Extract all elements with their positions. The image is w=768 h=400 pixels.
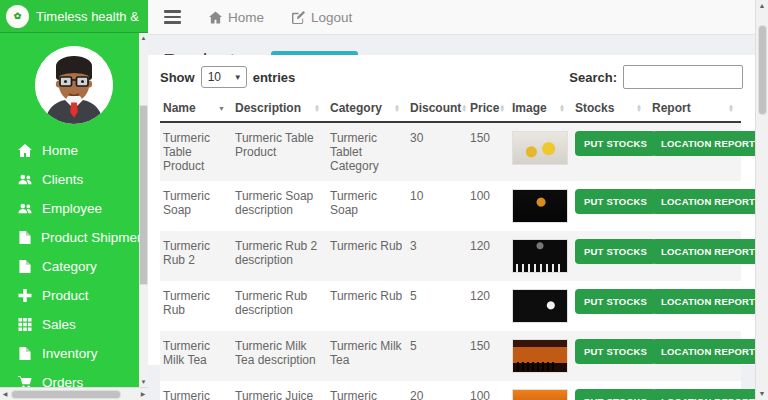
page-scrollbar-thumb[interactable] xyxy=(758,25,767,115)
scroll-up-arrow-icon[interactable]: ▲ xyxy=(756,0,768,12)
put-stocks-button[interactable]: PUT STOCKS xyxy=(575,289,656,314)
sidebar-item-sales[interactable]: Sales xyxy=(0,310,140,339)
column-header-stocks[interactable]: Stocks▲▼ xyxy=(572,96,649,122)
sidebar-item-label: Clients xyxy=(42,172,83,187)
top-navbar: Home Logout xyxy=(148,0,755,35)
sidebar-item-label: Home xyxy=(42,143,78,158)
put-stocks-button[interactable]: PUT STOCKS xyxy=(575,339,656,364)
location-report-button[interactable]: LOCATION REPORT xyxy=(652,389,764,400)
cell-name: Turmeric Rub 2 xyxy=(160,231,232,281)
scroll-down-arrow-icon[interactable]: ▼ xyxy=(139,377,148,387)
cell-price: 150 xyxy=(467,122,509,181)
cell-discount: 10 xyxy=(407,181,467,231)
column-header-image[interactable]: Image▲▼ xyxy=(509,96,572,122)
sidebar-scrollbar-thumb[interactable] xyxy=(139,105,148,285)
entries-select-value: 10 xyxy=(208,70,221,84)
logout-icon xyxy=(292,11,305,24)
entries-select[interactable]: 10 ▼ xyxy=(201,66,247,88)
cell-name: Turmeric Table Product xyxy=(160,122,232,181)
product-image xyxy=(512,339,568,373)
table-header-row: Name▼ Description▲▼ Category▲▼ Discount▲… xyxy=(160,96,741,122)
column-header-price[interactable]: Price▲▼ xyxy=(467,96,509,122)
table-row: Turmeric Juice Turmeric Juice descriptio… xyxy=(160,381,741,400)
users-icon xyxy=(18,173,33,187)
brand-title: Timeless health & Beau xyxy=(36,9,142,24)
sort-desc-icon: ▼ xyxy=(218,105,225,112)
home-icon xyxy=(18,144,33,158)
sidebar-item-inventory[interactable]: Inventory xyxy=(0,339,140,368)
location-report-button[interactable]: LOCATION REPORT xyxy=(652,289,764,314)
cell-description: Turmeric Table Product xyxy=(232,122,327,181)
location-report-button[interactable]: LOCATION REPORT xyxy=(652,131,764,156)
table-row: Turmeric Table Product Turmeric Table Pr… xyxy=(160,122,741,181)
sidebar-vertical-scrollbar[interactable]: ▲ ▼ xyxy=(139,33,148,387)
put-stocks-button[interactable]: PUT STOCKS xyxy=(575,239,656,264)
table-row: Turmeric Rub 2 Turmeric Rub 2 descriptio… xyxy=(160,231,741,281)
location-report-button[interactable]: LOCATION REPORT xyxy=(652,239,764,264)
column-header-name[interactable]: Name▼ xyxy=(160,96,232,122)
home-icon xyxy=(209,11,222,24)
sort-icon: ▲▼ xyxy=(314,104,320,113)
sort-icon: ▲▼ xyxy=(461,104,467,113)
entries-label: entries xyxy=(253,70,296,85)
put-stocks-button[interactable]: PUT STOCKS xyxy=(575,189,656,214)
file-icon xyxy=(18,231,32,245)
column-header-description[interactable]: Description▲▼ xyxy=(232,96,327,122)
cell-description: Turmeric Milk Tea description xyxy=(232,331,327,381)
scroll-left-arrow-icon[interactable]: ◀ xyxy=(0,388,10,400)
scroll-down-arrow-icon[interactable]: ▼ xyxy=(756,388,768,400)
column-header-report[interactable]: Report▲▼ xyxy=(649,96,741,122)
grid-icon xyxy=(18,318,33,332)
scroll-right-arrow-icon[interactable]: ▶ xyxy=(138,388,148,400)
page-vertical-scrollbar[interactable]: ▲ ▼ xyxy=(755,0,768,400)
sidebar-item-clients[interactable]: Clients xyxy=(0,165,140,194)
sidebar-item-product[interactable]: Product xyxy=(0,281,140,310)
users-icon xyxy=(18,202,33,216)
cell-category: Turmeric Rub xyxy=(327,281,407,331)
search-input[interactable] xyxy=(623,65,743,89)
product-image xyxy=(512,131,568,165)
sort-icon: ▲▼ xyxy=(394,104,400,113)
cell-discount: 5 xyxy=(407,331,467,381)
product-image xyxy=(512,189,568,223)
sort-icon: ▲▼ xyxy=(499,104,505,113)
put-stocks-button[interactable]: PUT STOCKS xyxy=(575,389,656,400)
cell-price: 100 xyxy=(467,381,509,400)
cell-name: Turmeric Milk Tea xyxy=(160,331,232,381)
sidebar-hscrollbar-thumb[interactable] xyxy=(11,390,121,399)
column-header-category[interactable]: Category▲▼ xyxy=(327,96,407,122)
cell-price: 120 xyxy=(467,281,509,331)
menu-toggle-icon[interactable] xyxy=(164,10,181,23)
scroll-up-arrow-icon[interactable]: ▲ xyxy=(139,33,148,43)
sidebar-item-employee[interactable]: Employee xyxy=(0,194,140,223)
cell-description: Turmeric Rub description xyxy=(232,281,327,331)
sidebar-horizontal-scrollbar[interactable]: ◀ ▶ xyxy=(0,387,148,400)
sidebar-item-category[interactable]: Category xyxy=(0,252,140,281)
cell-name: Turmeric Soap xyxy=(160,181,232,231)
column-header-discount[interactable]: Discount▲▼ xyxy=(407,96,467,122)
location-report-button[interactable]: LOCATION REPORT xyxy=(652,339,764,364)
product-image xyxy=(512,389,568,400)
cell-price: 150 xyxy=(467,331,509,381)
sidebar: ✿ Timeless health & Beau xyxy=(0,0,148,400)
app-window: ✿ Timeless health & Beau xyxy=(0,0,768,400)
products-panel: Show 10 ▼ entries Search: xyxy=(148,55,755,365)
nav-home-link[interactable]: Home xyxy=(209,10,264,25)
nav-home-label: Home xyxy=(228,10,264,25)
file-icon xyxy=(18,260,33,274)
sidebar-item-label: Sales xyxy=(42,317,76,332)
sidebar-item-home[interactable]: Home xyxy=(0,136,140,165)
sidebar-item-product-shipment[interactable]: Product Shipment xyxy=(0,223,140,252)
cell-description: Turmeric Soap description xyxy=(232,181,327,231)
location-report-button[interactable]: LOCATION REPORT xyxy=(652,189,764,214)
cell-description: Turmeric Juice description xyxy=(232,381,327,400)
nav-logout-link[interactable]: Logout xyxy=(292,10,352,25)
table-row: Turmeric Milk Tea Turmeric Milk Tea desc… xyxy=(160,331,741,381)
put-stocks-button[interactable]: PUT STOCKS xyxy=(575,131,656,156)
table-controls: Show 10 ▼ entries Search: xyxy=(160,64,743,90)
cell-discount: 20 xyxy=(407,381,467,400)
cell-category: Turmeric Rub xyxy=(327,231,407,281)
sidebar-item-label: Inventory xyxy=(42,346,98,361)
chevron-down-icon: ▼ xyxy=(234,73,242,82)
cell-name: Turmeric Juice xyxy=(160,381,232,400)
